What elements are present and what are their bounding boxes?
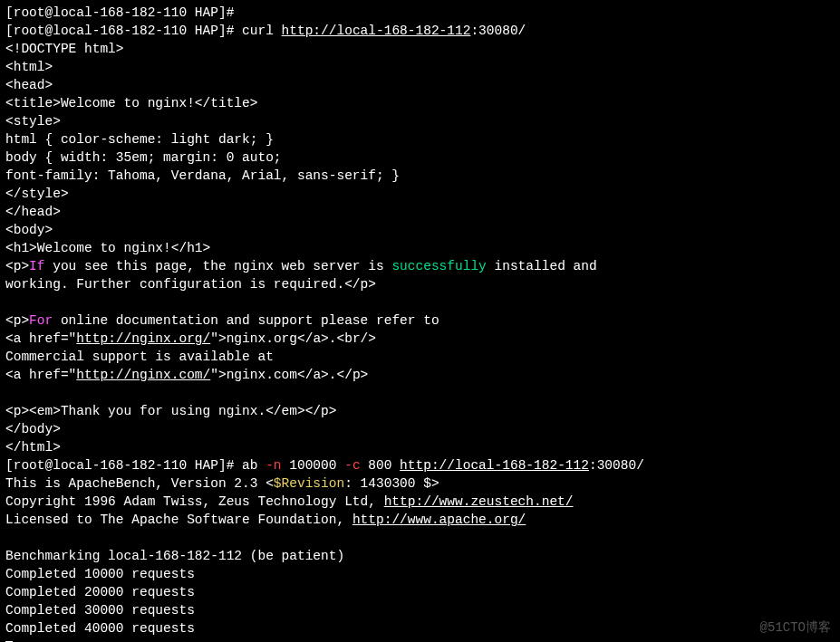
output-line: Completed 20000 requests [5,583,835,601]
output-line: Licensed to The Apache Software Foundati… [5,511,835,529]
output-line: <p>For online documentation and support … [5,311,835,330]
cursor-line [5,637,835,642]
output-line: <style> [5,112,835,130]
output-line: <body> [5,221,835,239]
output-line: </head> [5,203,835,221]
output-line: This is ApacheBench, Version 2.3 <$Revis… [5,474,835,493]
output-line: Completed 10000 requests [5,565,835,583]
output-line: <html> [5,58,835,76]
output-line: <!DOCTYPE html> [5,40,835,58]
curl-command-line: [root@local-168-182-110 HAP]# curl http:… [5,22,835,40]
output-line: <a href="http://nginx.org/">nginx.org</a… [5,330,835,348]
ab-command-line: [root@local-168-182-110 HAP]# ab -n 1000… [5,456,835,474]
output-line: Completed 30000 requests [5,601,835,619]
output-line: working. Further configuration is requir… [5,275,835,293]
output-line: html { color-scheme: light dark; } [5,130,835,149]
output-line: <h1>Welcome to nginx!</h1> [5,239,835,257]
terminal-output[interactable]: [root@local-168-182-110 HAP]# [root@loca… [5,4,835,642]
output-line: </style> [5,185,835,203]
output-line: <a href="http://nginx.com/">nginx.com</a… [5,366,835,384]
prompt-line: [root@local-168-182-110 HAP]# [5,4,835,22]
output-line: Commercial support is available at [5,348,835,366]
output-line: </body> [5,420,835,438]
output-line: </html> [5,438,835,456]
output-line: body { width: 35em; margin: 0 auto; [5,149,835,167]
blank-line [5,384,835,402]
output-line: Benchmarking local-168-182-112 (be patie… [5,547,835,565]
output-line: Completed 40000 requests [5,619,835,637]
output-line: font-family: Tahoma, Verdana, Arial, san… [5,167,835,185]
output-line: <p>If you see this page, the nginx web s… [5,257,835,275]
output-line: <head> [5,76,835,94]
output-line: <p><em>Thank you for using nginx.</em></… [5,402,835,420]
watermark-text: @51CTO博客 [760,618,831,637]
blank-line [5,529,835,547]
output-line: Copyright 1996 Adam Twiss, Zeus Technolo… [5,493,835,511]
output-line: <title>Welcome to nginx!</title> [5,94,835,112]
blank-line [5,293,835,311]
